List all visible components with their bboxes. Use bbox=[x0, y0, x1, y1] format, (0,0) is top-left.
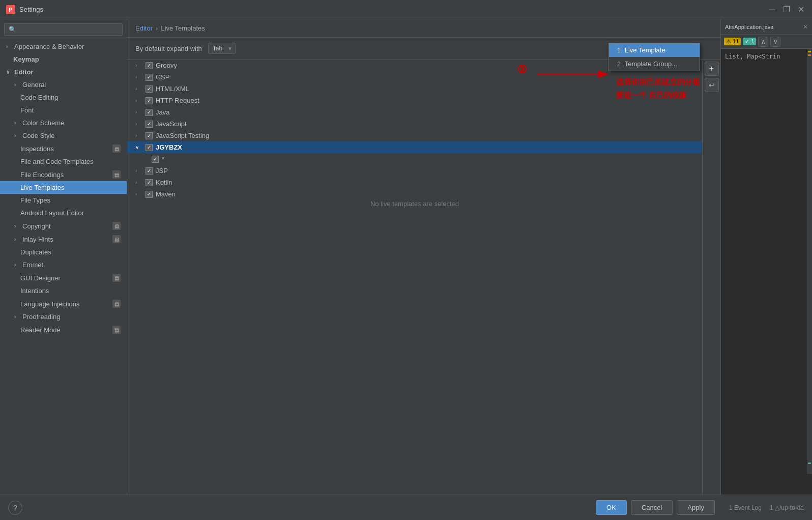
sidebar-item-editor[interactable]: ∨ Editor bbox=[0, 66, 127, 78]
app-icon: P bbox=[6, 5, 15, 14]
undo-button[interactable]: ↩ bbox=[705, 78, 719, 92]
dropdown-label-template-group: Template Group... bbox=[625, 60, 677, 68]
sidebar-item-gui-designer[interactable]: GUI Designer ▤ bbox=[0, 271, 127, 284]
chevron-icon: › bbox=[135, 98, 142, 103]
template-row-jgybzx[interactable]: ∨ JGYBZX bbox=[127, 141, 702, 153]
template-row-gsp[interactable]: › GSP bbox=[127, 71, 702, 83]
sidebar-item-copyright[interactable]: › Copyright ▤ bbox=[0, 219, 127, 233]
sidebar-item-file-types[interactable]: File Types bbox=[0, 194, 127, 207]
sidebar-item-label: Keymap bbox=[13, 55, 39, 63]
group-label-jgybzx: JGYBZX bbox=[156, 143, 182, 151]
add-button[interactable]: + bbox=[705, 62, 719, 76]
sidebar-item-intentions[interactable]: Intentions bbox=[0, 284, 127, 297]
sidebar-item-keymap[interactable]: Keymap bbox=[0, 53, 127, 66]
checkbox-javascript[interactable] bbox=[146, 121, 153, 128]
checkbox-html-xml[interactable] bbox=[146, 85, 153, 93]
sidebar-item-label: GUI Designer bbox=[20, 274, 61, 282]
sidebar-item-file-code-templates[interactable]: File and Code Templates bbox=[0, 155, 127, 168]
chevron-icon: › bbox=[135, 63, 142, 68]
checkbox-java[interactable] bbox=[146, 109, 153, 116]
sidebar-item-label: Inlay Hints bbox=[22, 236, 53, 243]
template-row-html-xml[interactable]: › HTML/XML bbox=[127, 83, 702, 95]
chevron-icon: › bbox=[14, 82, 20, 88]
editor-tab-bar: AtisApplication.java ✕ bbox=[721, 19, 812, 35]
sidebar-item-emmet[interactable]: › Emmet bbox=[0, 258, 127, 271]
title-bar-controls: ─ ❐ ✕ bbox=[767, 5, 806, 15]
sidebar-item-live-templates[interactable]: Live Templates bbox=[0, 181, 127, 194]
template-row-jsp[interactable]: › JSP bbox=[127, 165, 702, 177]
warning-badge: ⚠ 11 bbox=[724, 38, 741, 45]
sidebar-item-label: Emmet bbox=[22, 261, 43, 269]
cancel-button[interactable]: Cancel bbox=[631, 500, 673, 515]
reader-mode-badge: ▤ bbox=[112, 326, 121, 334]
sidebar-item-label: Appearance & Behavior bbox=[14, 43, 84, 50]
editor-tab-close-icon[interactable]: ✕ bbox=[803, 23, 808, 31]
checkbox-groovy[interactable] bbox=[146, 62, 153, 69]
sidebar-item-label: Intentions bbox=[20, 287, 49, 295]
search-input[interactable] bbox=[4, 23, 123, 36]
group-label-kotlin: Kotlin bbox=[156, 179, 172, 186]
inspections-badge: ▤ bbox=[112, 145, 121, 153]
sidebar-item-android-layout-editor[interactable]: Android Layout Editor bbox=[0, 207, 127, 219]
help-button[interactable]: ? bbox=[8, 501, 22, 515]
sidebar-item-label: Proofreading bbox=[22, 313, 60, 321]
template-row-http-request[interactable]: › HTTP Request bbox=[127, 95, 702, 106]
checkbox-kotlin[interactable] bbox=[146, 179, 153, 186]
template-row-javascript-testing[interactable]: › JavaScript Testing bbox=[127, 130, 702, 141]
sidebar-item-reader-mode[interactable]: Reader Mode ▤ bbox=[0, 323, 127, 336]
template-row-java[interactable]: › Java bbox=[127, 106, 702, 118]
editor-content: List, Map<Strin bbox=[721, 49, 812, 495]
ok-button[interactable]: OK bbox=[596, 500, 627, 515]
sidebar-item-inlay-hints[interactable]: › Inlay Hints ▤ bbox=[0, 233, 127, 246]
chevron-icon: › bbox=[135, 109, 142, 115]
sidebar-item-label: Code Editing bbox=[20, 94, 58, 101]
sidebar-item-color-scheme[interactable]: › Color Scheme bbox=[0, 117, 127, 129]
checkbox-http-request[interactable] bbox=[146, 97, 153, 104]
chevron-icon: ∨ bbox=[135, 145, 142, 150]
sidebar-item-inspections[interactable]: Inspections ▤ bbox=[0, 142, 127, 155]
event-log-status: 1 Event Log bbox=[729, 504, 762, 511]
sidebar-item-general[interactable]: › General bbox=[0, 78, 127, 91]
breadcrumb-editor[interactable]: Editor bbox=[135, 24, 153, 32]
template-row-star[interactable]: * bbox=[127, 153, 702, 165]
sidebar-item-code-editing[interactable]: Code Editing bbox=[0, 91, 127, 104]
group-label-http-request: HTTP Request bbox=[156, 97, 199, 104]
sidebar-item-font[interactable]: Font bbox=[0, 104, 127, 117]
sidebar-item-file-encodings[interactable]: File Encodings ▤ bbox=[0, 168, 127, 181]
close-button[interactable]: ✕ bbox=[796, 5, 806, 15]
nav-up-button[interactable]: ∧ bbox=[758, 37, 768, 47]
minimize-button[interactable]: ─ bbox=[767, 5, 777, 15]
apply-button[interactable]: Apply bbox=[677, 500, 715, 515]
group-label-java: Java bbox=[156, 108, 169, 116]
sidebar-item-language-injections[interactable]: Language Injections ▤ bbox=[0, 297, 127, 310]
template-row-maven[interactable]: › Maven bbox=[127, 188, 702, 200]
checkbox-star[interactable] bbox=[152, 156, 159, 163]
expand-select[interactable]: Tab bbox=[208, 43, 236, 54]
template-row-kotlin[interactable]: › Kotlin bbox=[127, 177, 702, 188]
maximize-button[interactable]: ❐ bbox=[781, 5, 792, 15]
template-list: › Groovy › GSP › HTML/XML bbox=[127, 60, 702, 495]
checkbox-maven[interactable] bbox=[146, 191, 153, 198]
dropdown-num-2: 2 bbox=[617, 61, 621, 68]
nav-down-button[interactable]: ∨ bbox=[770, 37, 780, 47]
breadcrumb-live-templates: Live Templates bbox=[161, 24, 205, 32]
checkbox-jgybzx[interactable] bbox=[146, 144, 153, 151]
sidebar: › Appearance & Behavior Keymap ∨ Editor … bbox=[0, 19, 127, 495]
copyright-badge: ▤ bbox=[112, 222, 121, 230]
checkbox-gsp[interactable] bbox=[146, 74, 153, 81]
sidebar-item-code-style[interactable]: › Code Style bbox=[0, 129, 127, 142]
chevron-icon: › bbox=[14, 314, 20, 320]
sidebar-item-label: Inspections bbox=[20, 145, 54, 153]
template-row-javascript[interactable]: › JavaScript bbox=[127, 118, 702, 130]
sidebar-item-proofreading[interactable]: › Proofreading bbox=[0, 310, 127, 323]
checkbox-javascript-testing[interactable] bbox=[146, 132, 153, 139]
checkbox-jsp[interactable] bbox=[146, 167, 153, 175]
sidebar-item-label: General bbox=[22, 81, 46, 89]
dropdown-item-template-group[interactable]: 2 Template Group... bbox=[609, 60, 700, 71]
expand-label: By default expand with bbox=[135, 45, 202, 52]
sidebar-item-appearance[interactable]: › Appearance & Behavior bbox=[0, 40, 127, 53]
status-bar: 1 Event Log 1 △/up-to-da bbox=[729, 504, 804, 511]
sidebar-item-label: Color Scheme bbox=[22, 119, 64, 127]
sidebar-item-duplicates[interactable]: Duplicates bbox=[0, 246, 127, 258]
sidebar-item-label: Reader Mode bbox=[20, 326, 61, 334]
